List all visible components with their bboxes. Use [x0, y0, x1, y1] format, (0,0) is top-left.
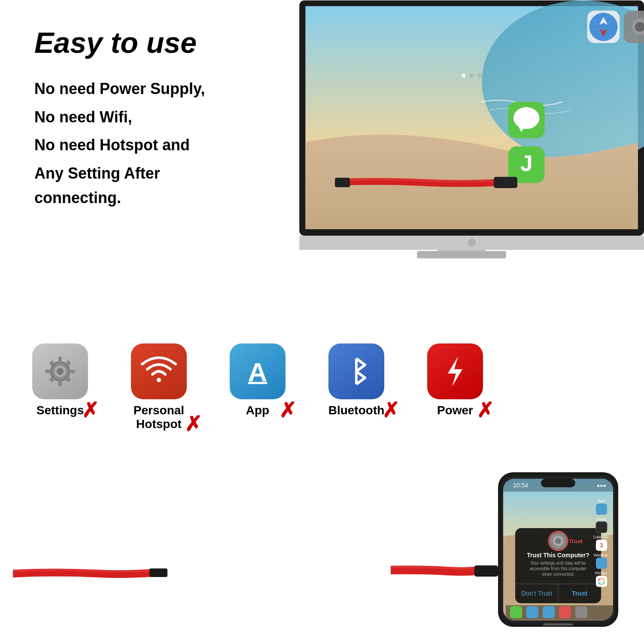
svg-point-15 [478, 73, 482, 77]
appstore-icon-item: A ✗ App [223, 343, 292, 417]
power-icon-box [427, 343, 483, 399]
bottom-section: ✗ Settings ✗ Personal Hotspot [0, 322, 644, 644]
feature-4: Any Setting After connecting. [34, 161, 219, 210]
main-title: Easy to use [34, 26, 219, 59]
svg-point-14 [470, 73, 474, 77]
svg-text:●●●: ●●● [597, 483, 606, 489]
svg-marker-42 [448, 356, 462, 386]
svg-rect-22 [417, 251, 506, 258]
svg-rect-33 [69, 370, 75, 373]
hotspot-label: Personal Hotspot [134, 404, 184, 431]
hotspot-icon [140, 352, 178, 391]
monitor-svg: J [279, 0, 644, 309]
bottom-cable-svg [13, 561, 167, 586]
monitor-area: J [240, 0, 644, 322]
svg-point-13 [462, 73, 465, 77]
svg-text:Trust This Computer?: Trust This Computer? [527, 552, 589, 559]
icons-row: ✗ Settings ✗ Personal Hotspot [0, 322, 644, 440]
svg-rect-71 [575, 606, 587, 618]
svg-text:Weather: Weather [594, 553, 608, 557]
svg-text:accessible from this computer: accessible from this computer [530, 566, 587, 571]
svg-text:Your settings and data will be: Your settings and data will be [530, 561, 586, 565]
svg-rect-25 [494, 177, 517, 188]
svg-text:Calendar: Calendar [593, 535, 609, 539]
svg-rect-31 [58, 380, 62, 386]
power-icon-item: ✗ Power [421, 343, 489, 417]
text-panel: Easy to use No need Power Supply, No nee… [0, 0, 240, 322]
gear-icon [41, 352, 79, 391]
lightning-icon [436, 352, 474, 391]
svg-rect-70 [559, 606, 571, 618]
svg-point-17 [513, 107, 539, 129]
bluetooth-icon [337, 352, 376, 391]
svg-text:Mail: Mail [598, 499, 605, 503]
settings-label: Settings [36, 404, 84, 417]
svg-rect-69 [543, 606, 555, 618]
svg-rect-30 [58, 356, 62, 362]
hotspot-icon-item: ✗ Personal Hotspot [120, 343, 197, 431]
x-mark-bluetooth: ✗ [382, 400, 399, 421]
bluetooth-label: Bluetooth [328, 404, 385, 417]
svg-rect-75 [596, 504, 607, 515]
appstore-icon-box: A [230, 343, 286, 399]
svg-rect-77 [596, 522, 607, 533]
cable-bottom-left [13, 561, 167, 588]
svg-point-38 [157, 378, 161, 382]
svg-point-55 [555, 538, 561, 544]
feature-2: No need Wifi, [34, 105, 219, 130]
appstore-icon: A [238, 352, 277, 391]
svg-rect-82 [596, 558, 607, 569]
bluetooth-icon-box [328, 343, 384, 399]
feature-list: No need Power Supply, No need Wifi, No n… [34, 76, 219, 214]
cable-top [335, 167, 507, 193]
app-label: App [246, 404, 269, 417]
svg-text:Clock: Clock [596, 517, 606, 521]
svg-rect-43 [474, 565, 498, 577]
top-section: Easy to use No need Power Supply, No nee… [0, 0, 644, 322]
svg-text:Don't Trust: Don't Trust [521, 589, 553, 597]
x-mark-power: ✗ [477, 400, 494, 421]
settings-icon-box [32, 343, 88, 399]
hotspot-icon-box [131, 343, 187, 399]
svg-text:3: 3 [600, 542, 603, 549]
svg-text:when connected.: when connected. [541, 572, 574, 577]
svg-text:Trust: Trust [569, 538, 583, 544]
svg-point-29 [57, 368, 64, 375]
x-mark-hotspot: ✗ [185, 414, 202, 434]
bluetooth-icon-item: ✗ Bluetooth [318, 343, 395, 417]
feature-1: No need Power Supply, [34, 76, 219, 101]
phone-cable-area: 10:54 ●●● Trust Trust This Computer? You… [391, 451, 627, 631]
svg-rect-72 [543, 623, 573, 626]
svg-rect-26 [335, 178, 350, 187]
settings-icon-item: ✗ Settings [26, 343, 94, 417]
svg-rect-67 [510, 606, 522, 618]
svg-text:10:54: 10:54 [513, 482, 528, 489]
svg-rect-73 [541, 479, 575, 487]
svg-rect-32 [45, 370, 51, 373]
svg-point-24 [468, 239, 476, 247]
power-label: Power [437, 404, 473, 417]
svg-text:J: J [520, 151, 533, 176]
svg-rect-86 [149, 568, 167, 577]
x-mark-app: ✗ [279, 400, 296, 421]
svg-text:Trust: Trust [572, 589, 588, 597]
phone-svg: 10:54 ●●● Trust Trust This Computer? You… [391, 451, 627, 631]
svg-text:Photos: Photos [595, 571, 608, 575]
feature-3: No need Hotspot and [34, 133, 219, 158]
svg-rect-68 [526, 606, 538, 618]
x-mark-settings: ✗ [82, 400, 99, 421]
